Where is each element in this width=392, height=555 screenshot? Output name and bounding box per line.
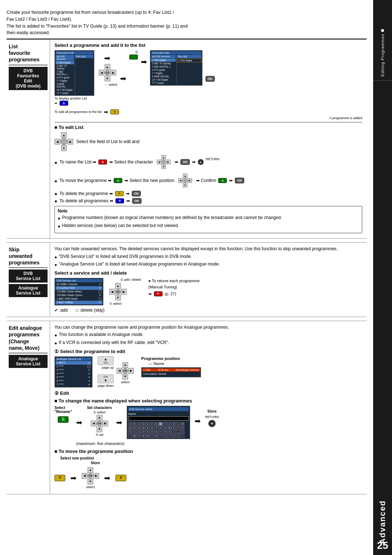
btn-y-store[interactable]: Y <box>115 475 126 481</box>
change-name-title: ■ To change the name displayed when sele… <box>54 398 362 404</box>
programme-added-text: A programme is added <box>54 116 362 120</box>
section3-left-label: Edit analogueprogrammes(Changename, Move… <box>7 321 50 494</box>
page-up-label: page up <box>98 366 114 369</box>
btn-g-move[interactable]: G <box>114 178 122 183</box>
right-sidebar: Editing Programmes Advanced 25 <box>373 0 392 555</box>
analogue-bullet-1: ● This function is available in Analogue… <box>54 332 362 339</box>
ok-button-name[interactable]: OK <box>180 159 190 165</box>
set-characters-label: Set characters <box>87 406 112 410</box>
move-programme-row: ● To move the programme ➡ G ➡ Select the… <box>54 172 362 189</box>
btn-y-move-pos[interactable]: Y <box>54 475 65 481</box>
analogue-service-screen: Analogue Service List 1 BBC1✔ 2 ***** 3 … <box>54 356 93 388</box>
select-programme-header: Select a programme and add it to the lis… <box>54 42 362 48</box>
move-pos-diagram: Select new position Store <box>54 456 362 465</box>
btn-y-delete[interactable]: Y <box>115 191 124 196</box>
move-pos-buttons: Y ➡ ▲ ◀ OK ▶ ▼ select <box>54 467 362 489</box>
skip-diagram: DVB Service List 90 CBBC Channel✔ 72 Car… <box>54 278 362 305</box>
ok-button-1[interactable]: OK <box>205 76 215 82</box>
sidebar-advanced-text: Advanced <box>378 500 387 544</box>
main-content: Create your favourite programme list fro… <box>0 0 373 555</box>
section2-right-content: You can hide unwanted services. The dele… <box>50 243 367 317</box>
step1-select-label: select <box>121 380 130 384</box>
page-number: 25 <box>377 540 388 551</box>
note-title: Note <box>58 208 359 214</box>
select-field-text: Select the field of List to edit and: <box>76 139 140 144</box>
select-new-pos-label: Select new position <box>60 456 94 460</box>
sidebar-editing-programmes-text: Editing Programmes <box>380 34 385 77</box>
analogue-service-list-label-1: AnalogueService List <box>9 284 48 297</box>
page-down-label: page down <box>98 384 114 388</box>
edit-list-diagram: ▲ ◀ ▶ ▼ Select the field of List to edit… <box>54 132 362 151</box>
section3-right-content: You can change the programme name and pr… <box>50 321 367 494</box>
return-label-section3: RETURN <box>205 415 219 419</box>
section-skip: Skip unwanted programmes DVBService List… <box>7 242 367 317</box>
btn-r-retune[interactable]: R <box>154 291 163 296</box>
retune-text: ● To retune each programme(Manual Tuning… <box>148 278 200 298</box>
set-label: ② set <box>95 433 104 437</box>
ok-button-delete[interactable]: OK <box>132 191 141 197</box>
step2-header: ② Edit <box>54 390 362 396</box>
fav-screen-left: Favourites Edit All DVB Services 1 TEN D… <box>54 50 94 107</box>
section-dvb-favourites: List favourite programmes DVBFavouritesE… <box>7 39 367 239</box>
intro-text: Create your favourite programme list fro… <box>7 5 367 39</box>
btn-g-rename[interactable]: G <box>58 416 69 423</box>
store-label: Store <box>207 409 217 413</box>
add-all-row: To add all programmes to the list ➡ Y <box>54 109 362 115</box>
sidebar-dot <box>381 29 384 32</box>
dvb-service-screen: DVB Service List 90 CBBC Channel✔ 72 Car… <box>54 278 103 305</box>
select-label-3: select <box>86 485 95 489</box>
btn-g-confirm[interactable]: G <box>218 178 227 183</box>
page-container: Create your favourite programme list fro… <box>0 0 392 555</box>
max-chars-note: (maximum: five characters) <box>76 441 362 446</box>
add-delete-label: ② add / delete <box>120 278 141 281</box>
section2-title: Skip unwanted programmes <box>9 246 48 266</box>
btn-g-add[interactable] <box>129 54 138 60</box>
sidebar-editing-programmes: Editing Programmes <box>373 29 392 81</box>
return-button-section3[interactable]: ● <box>208 420 216 427</box>
analogue-bullet-2: ● If a VCR is connected only with the RF… <box>54 340 362 347</box>
intro-line1: Create your favourite programme list fro… <box>7 10 174 15</box>
btn-b-display[interactable]: B <box>60 101 68 106</box>
section2-left-label: Skip unwanted programmes DVBService List… <box>7 243 50 317</box>
add-delete-legend: ✔ :add □ :delete (skip) <box>54 308 362 313</box>
section1-left-label: List favourite programmes DVBFavouritesE… <box>7 40 50 238</box>
note-item-2: ● Hidden services (see below) can be sel… <box>58 223 359 230</box>
intro-line2: Fav List2 / Fav List3 / Fav List4). <box>7 17 72 22</box>
section1-title: List favourite programmes <box>9 43 48 63</box>
section1-right-content: Select a programme and add it to the lis… <box>50 40 367 238</box>
note-item-1: ● Programme numbers (known as logical ch… <box>58 215 359 222</box>
return-label: RETURN <box>206 157 220 161</box>
skip-intro: You can hide unwanted services. The dele… <box>54 246 362 252</box>
btn-b-delete-all[interactable]: B <box>115 198 124 203</box>
edit-service-name-box: Edit service name Name I A B C D E F <box>127 406 190 439</box>
dvb-service-list-label: DVBService List <box>9 270 48 283</box>
step1-header: ① Select the programme to edit <box>54 349 362 354</box>
section-edit-analogue: Edit analogueprogrammes(Changename, Move… <box>7 321 367 494</box>
select-label: ← select <box>105 83 117 86</box>
skip-bullet-2: ● "Analogue Service List" is listed all … <box>54 261 362 268</box>
name-label: — Name <box>148 361 201 366</box>
rename-diagram: Select"Rename" G ➡ Set characters ① sele… <box>54 406 362 439</box>
intro-line3: The list is added to "Favourites" list i… <box>7 24 188 29</box>
btn-r-name[interactable]: R <box>98 159 107 165</box>
skip-bullet-1: ● "DVB Service List" is listed all tuned… <box>54 254 362 260</box>
step1-diagram: Analogue Service List 1 BBC1✔ 2 ***** 3 … <box>54 356 362 388</box>
btn-y-add-all[interactable]: Y <box>110 109 119 114</box>
to-edit-list-title: ■ To edit List <box>54 125 362 130</box>
section1-label-box: DVBFavouritesEdit(DVB mode) <box>9 67 48 90</box>
delete-all-row: ● To delete all programmes ➡ B ➡ OK <box>54 198 362 204</box>
ch-up-btn[interactable]: ▲ CH <box>98 356 114 365</box>
fav-screen-right: Favourites Edit All DVB Services 1 TEN D… <box>150 50 203 86</box>
ok-button-move[interactable]: OK <box>235 178 244 183</box>
select-circ-label: ① select <box>93 410 106 414</box>
diagram-row-1: Favourites Edit All DVB Services 1 TEN D… <box>54 50 362 107</box>
programme-position-label: Programme position <box>141 356 201 361</box>
intro-line4: then easily accessed. <box>7 30 50 35</box>
move-pos-title: ■ To move the programme position <box>54 449 362 454</box>
ch-down-btn[interactable]: CH ▼ <box>98 374 114 383</box>
return-button-name[interactable]: ● <box>198 159 204 165</box>
name-list-row: ● To name the List ➡ R ➡ Select the char… <box>54 153 362 171</box>
ok-button-delete-all[interactable]: OK <box>132 198 142 204</box>
select-service-header: Select a service and add / delete <box>54 270 362 276</box>
analogue-intro: You can change the programme name and pr… <box>54 324 362 331</box>
